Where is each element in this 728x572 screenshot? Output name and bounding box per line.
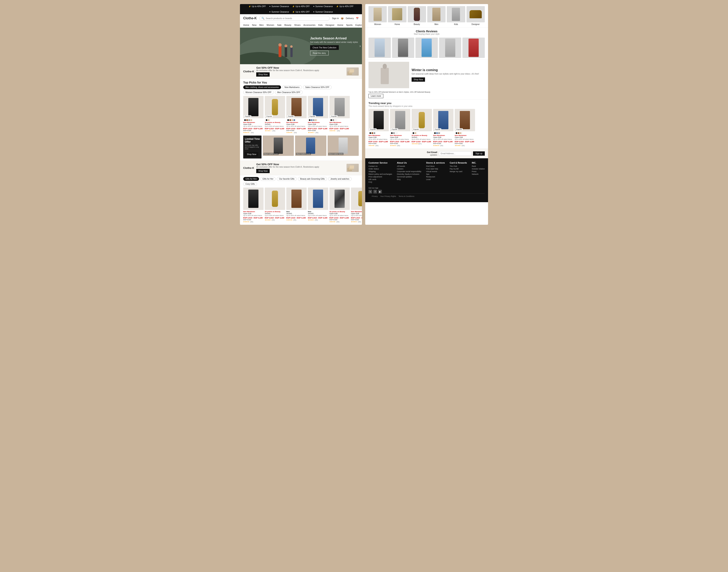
footer-link-manage-card[interactable]: Mange my card [449, 170, 467, 172]
footer-link-virtual[interactable]: Virtual events [426, 170, 445, 172]
gift-filter-beauty[interactable]: Beauty adn Grooming Gifts [298, 177, 327, 181]
footer-link-investor[interactable]: Investor relation [472, 168, 485, 170]
prev-color-4[interactable]: ‹ [308, 119, 308, 121]
nav-home[interactable]: Home [243, 24, 249, 26]
footer-link-shipping[interactable]: Shipping [368, 170, 392, 172]
color-dot-black-4[interactable] [309, 119, 310, 121]
footer-link-restaurant[interactable]: Restaurant [426, 176, 445, 178]
color-dot-gray-5[interactable] [332, 119, 334, 121]
hero-cta-main[interactable]: Check The New Collection [310, 45, 339, 50]
color-dot-blue-3[interactable] [293, 119, 295, 121]
footer-link-price-adj[interactable]: Price adjustment [368, 176, 392, 178]
hero-cta-secondary[interactable]: Read the story [310, 51, 328, 56]
nav-men[interactable]: Men [259, 24, 263, 26]
signin-link[interactable]: Sign in [332, 17, 339, 19]
gift-filter-jewelry[interactable]: Jewelry and watches [328, 177, 352, 181]
footer-link-returns[interactable]: Return policy and exchanges [368, 173, 392, 175]
filter-men-clothing[interactable]: Men clothing, shoes and accessories [243, 85, 281, 89]
email-input[interactable] [439, 151, 471, 156]
footer-privacy-rights[interactable]: Your Privacy Rights [380, 195, 396, 197]
nav-kids[interactable]: Kids [318, 24, 322, 26]
prev-color-5[interactable]: ‹ [329, 119, 330, 121]
nav-explore[interactable]: Explore [356, 24, 362, 26]
prev-color-3[interactable]: ‹ [286, 119, 287, 121]
nav-accessories[interactable]: Accessories [303, 24, 315, 26]
color-dot-black-3[interactable] [287, 119, 289, 121]
cat-kids[interactable]: Kids [447, 6, 465, 25]
footer-link-diversity[interactable]: Diversity, Equity & Inclusion [397, 173, 421, 175]
footer-link-press[interactable]: Press [472, 170, 485, 172]
nav-new[interactable]: New [252, 24, 256, 26]
nav-sale[interactable]: Sale [277, 24, 282, 26]
nav-designer[interactable]: Designer [325, 24, 335, 26]
color-dot-tan-2[interactable] [268, 119, 269, 121]
color-dot-white-5[interactable] [335, 119, 336, 121]
nav-home2[interactable]: Home [338, 24, 343, 26]
prev-color-1[interactable]: ‹ [243, 119, 244, 121]
footer-link-free-style[interactable]: Free style help [426, 168, 445, 170]
color-dot-tan-1[interactable] [250, 119, 252, 121]
footer-link-faq[interactable]: FAQ [368, 181, 392, 183]
color-dot-black-5[interactable] [330, 119, 332, 121]
filter-sales-clearance[interactable]: Sales Clearance 50% OFF [303, 85, 332, 89]
cat-women[interactable]: Women [368, 6, 387, 25]
filter-new-markdowns[interactable]: New Markdowns [282, 85, 302, 89]
twitter-icon[interactable]: 𝕏 [368, 190, 372, 194]
color-dot-black-1[interactable] [244, 119, 246, 121]
footer-link-blog[interactable]: Blog [397, 178, 421, 181]
footer-link-contact[interactable]: Contact Us [368, 165, 392, 167]
gift-filter-him[interactable]: Gifts for Him [243, 177, 259, 181]
email-signup-button[interactable]: Sign up [473, 151, 485, 156]
gift-filter-favorite[interactable]: Our favorite Gifts [277, 177, 297, 181]
nav-sports[interactable]: Sports [346, 24, 353, 26]
cat-home[interactable]: Home [388, 6, 406, 25]
promo2-shop-now-button[interactable]: Shop Now [256, 169, 269, 173]
footer-link-local[interactable]: Local [426, 178, 445, 181]
footer-link-network[interactable]: Network [472, 173, 485, 175]
learn-more-button[interactable]: Learn more [368, 94, 383, 98]
color-dot-tan-3[interactable] [291, 119, 293, 121]
search-input[interactable] [266, 17, 327, 19]
footer-privacy[interactable]: Privacy [372, 195, 378, 197]
gift-filter-cozy[interactable]: Cozy Gifts [243, 182, 257, 186]
footer-link-pay-bill[interactable]: Pay my bill [449, 168, 467, 170]
hero-next-arrow[interactable]: › [360, 44, 361, 48]
footer-link-all-brands[interactable]: All brands [397, 165, 421, 167]
cat-men[interactable]: Men [427, 6, 445, 25]
color-dot-brown-1[interactable] [246, 119, 248, 121]
prev-color-2[interactable]: ‹ [265, 119, 265, 121]
filter-women-clearance[interactable]: Women Clearance 50% OFF [243, 90, 274, 94]
youtube-icon[interactable]: ▶ [378, 190, 382, 194]
footer-terms[interactable]: Terms & Conditions [399, 195, 414, 197]
delivery-label[interactable]: Delivery [346, 17, 354, 19]
gift-filter-her[interactable]: Gifts for Her [260, 177, 276, 181]
footer-link-rack[interactable]: Rack [472, 165, 485, 167]
color-dot-gray-1[interactable] [248, 119, 250, 121]
next-color-2[interactable]: › [270, 119, 270, 121]
promo-shop-now-button[interactable]: Shop Now [256, 72, 269, 77]
cat-designer[interactable]: Designer [467, 6, 485, 25]
color-dot-brown-3[interactable] [289, 119, 291, 121]
cat-beauty[interactable]: Beauty [408, 6, 426, 25]
nav-beauty[interactable]: Beauty [285, 24, 291, 26]
footer-link-spa[interactable]: Spa [426, 173, 445, 175]
search-bar[interactable]: 🔍 [259, 16, 329, 21]
footer-link-club[interactable]: The Club [449, 165, 467, 167]
footer-link-careers[interactable]: Careers [397, 168, 421, 170]
footer-link-find-store[interactable]: Find Store [426, 165, 445, 167]
color-dot-tan-4[interactable] [315, 119, 317, 121]
color-dot-gray-4[interactable] [313, 119, 315, 121]
next-color-1[interactable]: › [252, 119, 253, 121]
footer-link-csr[interactable]: Corporate social responsibility [397, 170, 421, 172]
next-color-4[interactable]: › [317, 119, 318, 121]
footer-link-email-updates[interactable]: Get Email updates [397, 176, 421, 178]
next-color-3[interactable]: › [296, 119, 296, 121]
facebook-icon[interactable]: f [373, 190, 377, 194]
footer-link-order-status[interactable]: Order Status [368, 168, 392, 170]
nav-women[interactable]: Women [266, 24, 274, 26]
next-color-5[interactable]: › [337, 119, 337, 121]
filter-men-clearance[interactable]: Men Clearance 50% OFF [275, 90, 302, 94]
winter-shop-now-button[interactable]: Shop Now [412, 77, 425, 82]
color-dot-black-2[interactable] [266, 119, 267, 121]
footer-link-gift-cards[interactable]: Gift cards [368, 178, 392, 181]
